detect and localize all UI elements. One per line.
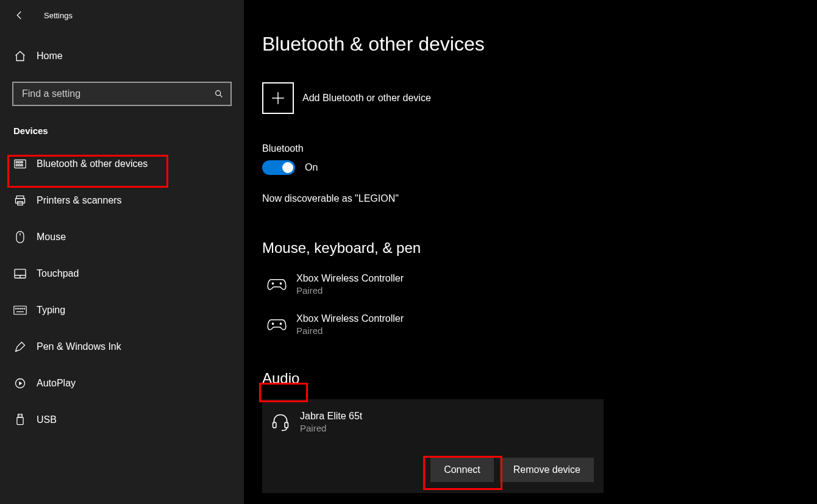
main-content: Bluetooth & other devices Add Bluetooth …: [244, 0, 817, 504]
sidebar-item-label: Printers & scanners: [37, 195, 122, 206]
sidebar-item-label: Pen & Windows Ink: [37, 341, 121, 352]
discoverable-text: Now discoverable as "LEGION": [262, 193, 817, 204]
svg-rect-7: [21, 165, 23, 166]
titlebar: Settings: [0, 0, 244, 30]
sidebar-home[interactable]: Home: [0, 41, 244, 71]
device-row[interactable]: Xbox Wireless Controller Paired: [262, 269, 817, 309]
search-icon: [213, 88, 224, 99]
svg-point-30: [272, 283, 273, 284]
keypad-icon: [13, 157, 27, 171]
connect-button[interactable]: Connect: [430, 458, 494, 482]
svg-rect-5: [16, 165, 18, 166]
svg-point-17: [16, 308, 16, 309]
sidebar-item-bluetooth[interactable]: Bluetooth & other devices: [0, 146, 244, 182]
usb-icon: [13, 413, 27, 427]
sidebar-nav: Bluetooth & other devices Printers & sca…: [0, 146, 244, 438]
svg-rect-6: [19, 165, 21, 166]
bluetooth-state-label: On: [305, 162, 318, 173]
back-button[interactable]: [13, 9, 26, 21]
svg-rect-8: [16, 196, 24, 199]
sidebar-item-typing[interactable]: Typing: [0, 292, 244, 328]
add-device-label: Add Bluetooth or other device: [302, 93, 431, 104]
pen-icon: [13, 340, 27, 353]
sidebar-category: Devices: [0, 126, 244, 136]
sidebar-item-touchpad[interactable]: Touchpad: [0, 255, 244, 292]
sidebar-item-label: Mouse: [37, 232, 66, 243]
bluetooth-toggle[interactable]: [262, 160, 295, 175]
window-title: Settings: [44, 11, 73, 20]
svg-rect-3: [19, 161, 21, 163]
device-name: Xbox Wireless Controller: [296, 313, 404, 325]
plus-icon: [262, 82, 294, 114]
sidebar-item-autoplay[interactable]: AutoPlay: [0, 365, 244, 402]
home-icon: [13, 49, 27, 63]
svg-rect-16: [14, 306, 26, 314]
svg-rect-25: [17, 417, 23, 425]
device-status: Paired: [300, 422, 362, 435]
gamepad-icon: [266, 314, 288, 336]
mouse-icon: [13, 230, 27, 244]
svg-rect-2: [16, 161, 18, 163]
sidebar-item-label: Typing: [37, 305, 65, 316]
svg-point-19: [20, 308, 20, 309]
section-audio-title: Audio: [262, 370, 817, 387]
device-row[interactable]: Xbox Wireless Controller Paired: [262, 309, 817, 349]
device-row[interactable]: Jabra Elite 65t Paired: [262, 406, 604, 437]
touchpad-icon: [13, 267, 27, 280]
settings-sidebar: Settings Home Devices Bluetooth & oth: [0, 0, 244, 504]
svg-rect-34: [273, 422, 276, 428]
svg-point-0: [216, 91, 221, 96]
home-label: Home: [37, 51, 63, 62]
search-box[interactable]: [12, 82, 232, 106]
svg-point-31: [280, 283, 281, 284]
keyboard-icon: [13, 303, 27, 317]
headset-icon: [269, 411, 291, 433]
svg-rect-9: [16, 199, 25, 204]
sidebar-item-printers[interactable]: Printers & scanners: [0, 182, 244, 219]
page-title: Bluetooth & other devices: [262, 33, 817, 55]
device-name: Jabra Elite 65t: [300, 410, 362, 422]
device-name: Xbox Wireless Controller: [296, 272, 404, 285]
sidebar-item-label: Touchpad: [37, 268, 79, 279]
sidebar-item-usb[interactable]: USB: [0, 402, 244, 438]
remove-device-button[interactable]: Remove device: [500, 458, 594, 482]
printer-icon: [13, 194, 27, 207]
audio-device-card: Jabra Elite 65t Paired Connect Remove de…: [262, 399, 604, 493]
device-status: Paired: [296, 285, 404, 297]
sidebar-item-label: USB: [37, 414, 57, 425]
sidebar-item-mouse[interactable]: Mouse: [0, 219, 244, 255]
sidebar-item-pen[interactable]: Pen & Windows Ink: [0, 328, 244, 365]
svg-point-32: [272, 323, 273, 324]
section-mkp-title: Mouse, keyboard, & pen: [262, 240, 817, 257]
svg-point-21: [24, 308, 24, 309]
svg-point-33: [280, 323, 281, 324]
svg-rect-24: [18, 414, 23, 417]
device-status: Paired: [296, 325, 404, 337]
sidebar-item-label: Bluetooth & other devices: [37, 158, 148, 169]
svg-rect-4: [21, 161, 23, 163]
svg-point-20: [22, 308, 23, 309]
add-device-row[interactable]: Add Bluetooth or other device: [262, 82, 817, 114]
sidebar-item-label: AutoPlay: [37, 378, 76, 389]
search-input[interactable]: [22, 88, 213, 99]
bluetooth-label: Bluetooth: [262, 143, 817, 154]
svg-rect-35: [285, 422, 288, 428]
autoplay-icon: [13, 377, 27, 390]
gamepad-icon: [266, 274, 288, 296]
svg-point-18: [18, 308, 18, 309]
